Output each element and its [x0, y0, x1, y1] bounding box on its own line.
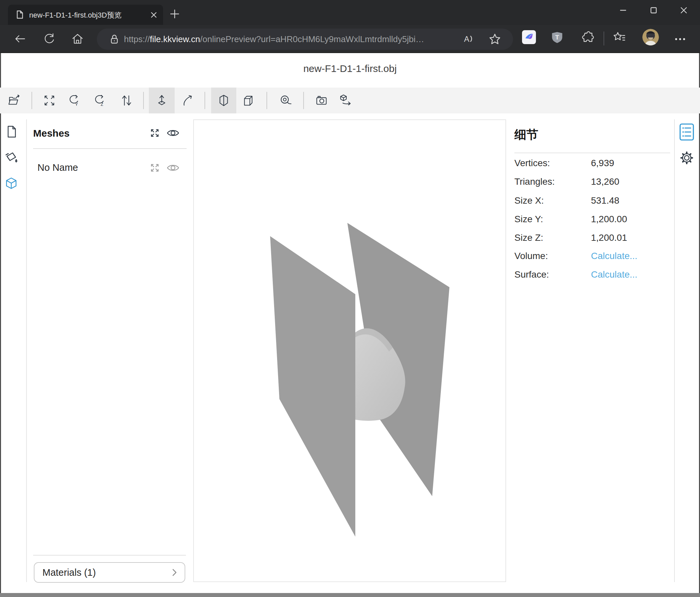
left-plane [270, 236, 355, 536]
materials-divider [33, 555, 186, 555]
right-rail-divider [674, 119, 675, 582]
detail-row-size-x: Size X: 531.48 [515, 194, 674, 207]
materials-button-label: Materials (1) [43, 567, 171, 578]
home-icon[interactable] [71, 32, 84, 45]
refresh-icon[interactable] [43, 32, 56, 45]
browser-window: new-F1-D1-1-first.obj3D预览 [0, 0, 700, 597]
open-file-icon[interactable] [7, 94, 21, 108]
mesh-item-expand-icon[interactable] [149, 163, 160, 173]
url-text: https://file.kkview.cn/onlinePreview?url… [124, 28, 475, 50]
new-tab-button[interactable] [170, 9, 180, 19]
viewer-page: new-F1-D1-1-first.obj Y Z [0, 53, 700, 593]
tab-title: new-F1-D1-1-first.obj3D预览 [29, 10, 139, 20]
navigation-bar: https://file.kkview.cn/onlinePreview?url… [0, 25, 700, 53]
tab-favicon-document-icon [15, 10, 25, 19]
materials-paint-icon[interactable] [4, 150, 19, 165]
minimize-button[interactable] [613, 3, 633, 18]
rotate-y-icon[interactable]: Y [67, 94, 81, 108]
model-render [194, 120, 505, 581]
meshes-expand-icon[interactable] [149, 128, 160, 138]
chevron-right-icon [171, 568, 178, 577]
lock-icon [109, 33, 120, 45]
settings-gear-icon[interactable] [680, 151, 694, 165]
svg-text:Y: Y [75, 102, 78, 107]
details-list-icon[interactable] [679, 123, 694, 141]
detail-row-triangles: Triangles: 13,260 [515, 175, 674, 188]
back-icon[interactable] [13, 32, 26, 45]
details-divider [515, 152, 670, 153]
svg-text:T: T [555, 34, 559, 41]
window-bottom-edge [0, 593, 700, 597]
close-button[interactable] [674, 3, 694, 18]
solid-view-icon[interactable] [217, 94, 231, 108]
calculate-surface-link[interactable]: Calculate... [591, 268, 638, 281]
model-cube-icon[interactable] [4, 176, 18, 190]
box-view-icon[interactable] [242, 94, 255, 108]
viewer-toolbar: Y Z [0, 88, 700, 114]
detail-row-size-y: Size Y: 1,200.00 [515, 213, 674, 226]
materials-button[interactable]: Materials (1) [34, 562, 185, 583]
export-model-icon[interactable] [339, 94, 353, 108]
mesh-item-visibility-eye-icon[interactable] [167, 163, 179, 172]
extensions-puzzle-icon[interactable] [581, 30, 595, 44]
details-panel-title: 细节 [515, 127, 538, 143]
read-aloud-icon[interactable]: A [461, 33, 473, 45]
address-bar[interactable]: https://file.kkview.cn/onlinePreview?url… [97, 28, 513, 50]
profile-avatar[interactable] [642, 29, 659, 45]
model-viewport[interactable] [193, 119, 506, 582]
file-title: new-F1-D1-1-first.obj [0, 63, 700, 74]
measure-icon[interactable] [279, 94, 293, 108]
rotate-z-icon[interactable]: Z [93, 94, 106, 108]
maximize-button[interactable] [643, 3, 664, 18]
svg-text:A: A [464, 34, 469, 44]
favorites-hub-icon[interactable] [612, 31, 626, 44]
detail-row-surface: Surface: Calculate... [515, 268, 674, 281]
extension-shield-icon[interactable]: T [551, 31, 564, 44]
tab-strip: new-F1-D1-1-first.obj3D预览 [0, 0, 700, 25]
free-rotate-icon[interactable] [181, 94, 195, 108]
add-favorite-star-icon[interactable] [489, 33, 501, 45]
translate-icon[interactable] [155, 94, 169, 108]
calculate-volume-link[interactable]: Calculate... [591, 249, 638, 263]
left-rail-divider [26, 119, 27, 582]
detail-row-size-z: Size Z: 1,200.01 [515, 231, 674, 244]
file-info-icon[interactable] [5, 125, 19, 139]
meshes-visibility-eye-icon[interactable] [167, 128, 179, 138]
screenshot-camera-icon[interactable] [315, 94, 328, 108]
meshes-header: Meshes [33, 128, 70, 139]
meshes-divider [33, 148, 186, 149]
flip-vertical-icon[interactable] [120, 94, 133, 108]
svg-text:Z: Z [101, 102, 103, 107]
detail-row-vertices: Vertices: 6,939 [515, 157, 674, 170]
fit-view-icon[interactable] [43, 94, 56, 108]
window-left-border [0, 53, 1, 593]
tab-close-icon[interactable] [150, 11, 157, 18]
mesh-item-label[interactable]: No Name [38, 162, 78, 173]
detail-row-volume: Volume: Calculate... [515, 249, 674, 263]
browser-tab[interactable]: new-F1-D1-1-first.obj3D预览 [8, 5, 163, 25]
toolbar-divider [604, 31, 604, 45]
extension-bird-icon[interactable] [522, 30, 536, 44]
more-options-icon[interactable] [674, 35, 687, 44]
